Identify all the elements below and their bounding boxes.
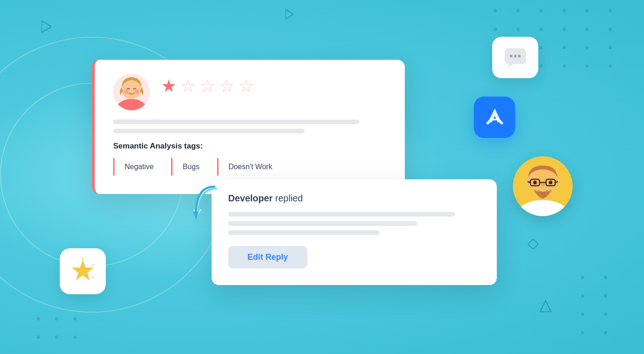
dot <box>586 64 589 68</box>
play-triangle-topcenter <box>285 9 293 19</box>
dot <box>563 64 566 68</box>
svg-marker-0 <box>41 21 52 33</box>
review-line-2 <box>113 129 305 133</box>
dot <box>609 9 612 12</box>
dot <box>74 336 77 339</box>
dot <box>517 9 520 12</box>
reply-line-1 <box>228 212 455 217</box>
reply-line-2 <box>228 221 417 226</box>
dot <box>37 317 40 320</box>
svg-line-12 <box>92 264 94 266</box>
reply-card: Developer replied Edit Reply <box>212 179 497 285</box>
svg-marker-3 <box>540 301 551 312</box>
dot <box>609 64 612 68</box>
dot <box>581 294 584 297</box>
svg-marker-8 <box>507 64 514 68</box>
star-badge-icon <box>60 248 106 294</box>
svg-line-13 <box>92 276 94 278</box>
developer-label: Developer <box>228 193 273 203</box>
star-empty-2: ☆ <box>180 77 196 95</box>
svg-point-6 <box>514 55 517 57</box>
review-line-1 <box>113 120 359 124</box>
dot <box>604 313 607 316</box>
dot <box>604 294 607 297</box>
star-rating: ★ ☆ ☆ ☆ ☆ <box>161 77 254 95</box>
reply-line-3 <box>228 230 380 235</box>
dot <box>563 46 566 49</box>
triangle-bottomright <box>539 300 552 313</box>
dot <box>517 28 520 31</box>
app-store-icon <box>474 97 515 138</box>
dot <box>494 28 497 31</box>
star-empty-3: ☆ <box>200 77 215 95</box>
chat-bubble-icon <box>492 37 538 78</box>
dot <box>540 9 543 12</box>
semantic-analysis-label: Semantic Analysis tags: <box>113 142 386 151</box>
dot <box>586 28 589 31</box>
play-triangle-topleft <box>41 21 52 33</box>
dot <box>540 64 543 68</box>
dot <box>586 46 589 49</box>
tag-doesnt-work: Doesn't Work <box>217 158 282 176</box>
developer-avatar <box>513 156 573 216</box>
dot <box>604 331 607 334</box>
review-header: ★ ☆ ☆ ☆ ☆ <box>113 74 386 110</box>
tag-negative: Negative <box>113 158 164 176</box>
svg-point-28 <box>135 90 139 94</box>
tags-row: Negative Bugs Doesn't Work <box>113 158 386 176</box>
dot <box>609 46 612 49</box>
reply-text-lines <box>228 212 480 235</box>
developer-replied-text: Developer replied <box>228 193 480 204</box>
svg-marker-10 <box>72 260 94 280</box>
review-card: ★ ☆ ☆ ☆ ☆ Semantic Analysis tags: Negati… <box>92 60 405 194</box>
dot <box>609 28 612 31</box>
review-text-lines <box>113 120 386 133</box>
svg-point-5 <box>510 55 512 57</box>
dot <box>563 9 566 12</box>
dot <box>586 9 589 12</box>
svg-point-7 <box>518 55 521 57</box>
dot <box>563 28 566 31</box>
dot <box>74 317 77 320</box>
star-empty-5: ☆ <box>238 77 254 95</box>
svg-marker-1 <box>285 9 293 19</box>
edit-reply-button[interactable]: Edit Reply <box>228 246 307 268</box>
reviewer-avatar <box>113 74 150 110</box>
dot <box>581 331 584 334</box>
dot <box>494 9 497 12</box>
svg-rect-2 <box>528 239 538 249</box>
dot <box>581 276 584 279</box>
dot <box>37 336 40 339</box>
svg-point-23 <box>549 181 552 184</box>
dot <box>604 276 607 279</box>
dot <box>540 46 543 49</box>
dot <box>55 336 58 339</box>
star-empty-4: ☆ <box>219 77 235 95</box>
svg-point-27 <box>124 90 128 94</box>
tag-bugs: Bugs <box>171 158 209 176</box>
dot <box>581 313 584 316</box>
dot <box>540 28 543 31</box>
dot <box>55 317 58 320</box>
arrow-connector <box>189 184 225 230</box>
replied-label: replied <box>273 193 303 203</box>
svg-point-22 <box>533 181 537 184</box>
diamond-right <box>528 239 538 249</box>
star-filled-1: ★ <box>161 77 177 95</box>
